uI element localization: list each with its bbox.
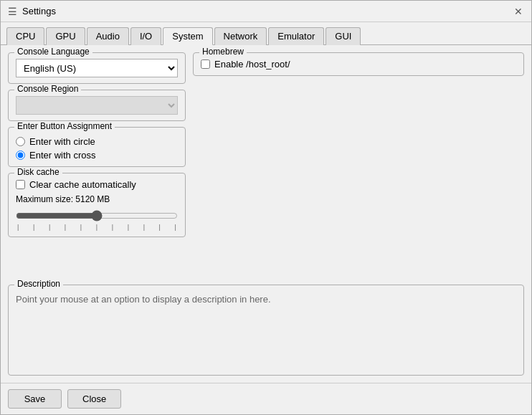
enable-hostroot-item[interactable]: Enable /host_root/ — [201, 59, 516, 70]
title-bar-left: ☰ Settings — [6, 6, 56, 17]
enter-button-radio-group: Enter with circle Enter with cross — [16, 136, 178, 161]
description-panel: Description Point your mouse at an optio… — [8, 285, 524, 376]
console-region-panel: Console Region — [8, 90, 186, 121]
disk-cache-legend: Disk cache — [14, 167, 62, 177]
console-region-legend: Console Region — [14, 84, 81, 94]
clear-cache-label: Clear cache automatically — [29, 179, 136, 190]
enable-hostroot-label: Enable /host_root/ — [214, 59, 290, 70]
tab-network[interactable]: Network — [214, 27, 267, 45]
radio-circle-label: Enter with circle — [29, 136, 95, 147]
enable-hostroot-checkbox[interactable] — [201, 59, 210, 69]
clear-cache-item[interactable]: Clear cache automatically — [16, 179, 178, 190]
save-button[interactable]: Save — [8, 389, 62, 409]
tab-system[interactable]: System — [163, 27, 212, 45]
window-close-button[interactable]: ✕ — [511, 4, 526, 19]
cache-size-slider[interactable] — [16, 209, 178, 223]
title-bar: ☰ Settings ✕ — [1, 1, 531, 22]
console-region-select[interactable] — [16, 96, 178, 115]
right-panel: Homebrew Enable /host_root/ — [193, 52, 524, 279]
tab-cpu[interactable]: CPU — [6, 27, 44, 45]
tick-8: | — [128, 224, 129, 231]
homebrew-legend: Homebrew — [199, 47, 247, 57]
description-text: Point your mouse at an option to display… — [16, 291, 516, 305]
tab-gui[interactable]: GUI — [326, 27, 361, 45]
tick-1: | — [17, 224, 19, 231]
radio-cross-label: Enter with cross — [29, 150, 95, 161]
console-language-select[interactable]: English (US) Japanese French Spanish Ger… — [16, 59, 178, 77]
max-size-label: Maximum size: 5120 MB — [16, 194, 178, 204]
enter-button-panel: Enter Button Assignment Enter with circl… — [8, 127, 186, 167]
window-title: Settings — [22, 6, 56, 16]
console-language-legend: Console Language — [14, 47, 92, 57]
tick-9: | — [143, 224, 145, 231]
disk-cache-panel: Disk cache Clear cache automatically Max… — [8, 173, 186, 237]
panels-row: Console Language English (US) Japanese F… — [8, 52, 524, 279]
close-button[interactable]: Close — [67, 389, 121, 409]
tick-4: | — [65, 224, 66, 231]
main-content: Console Language English (US) Japanese F… — [1, 45, 531, 383]
slider-ticks: | | | | | | | | | | | — [16, 224, 178, 231]
settings-window: ☰ Settings ✕ CPU GPU Audio I/O System Ne… — [0, 0, 532, 415]
spacer — [8, 243, 186, 279]
tick-5: | — [80, 224, 82, 231]
console-language-panel: Console Language English (US) Japanese F… — [8, 52, 186, 84]
tick-3: | — [49, 224, 50, 231]
app-icon: ☰ — [6, 6, 18, 17]
tick-2: | — [33, 224, 34, 231]
radio-circle[interactable] — [16, 137, 25, 146]
radio-cross[interactable] — [16, 151, 25, 160]
tick-7: | — [112, 224, 113, 231]
homebrew-panel: Homebrew Enable /host_root/ — [193, 52, 524, 76]
enter-button-legend: Enter Button Assignment — [14, 121, 115, 131]
tab-gpu[interactable]: GPU — [46, 27, 85, 45]
tab-io[interactable]: I/O — [130, 27, 161, 45]
slider-container: | | | | | | | | | | | — [16, 209, 178, 231]
tick-6: | — [96, 224, 98, 231]
tab-bar: CPU GPU Audio I/O System Network Emulato… — [1, 22, 531, 45]
clear-cache-checkbox[interactable] — [16, 180, 25, 189]
tab-emulator[interactable]: Emulator — [268, 27, 324, 45]
radio-cross-item[interactable]: Enter with cross — [16, 150, 178, 161]
radio-circle-item[interactable]: Enter with circle — [16, 136, 178, 147]
tab-audio[interactable]: Audio — [87, 27, 129, 45]
footer: Save Close — [1, 383, 531, 414]
description-legend: Description — [14, 279, 63, 289]
left-panels: Console Language English (US) Japanese F… — [8, 52, 186, 279]
tick-10: | — [159, 224, 161, 231]
tick-11: | — [175, 224, 176, 231]
